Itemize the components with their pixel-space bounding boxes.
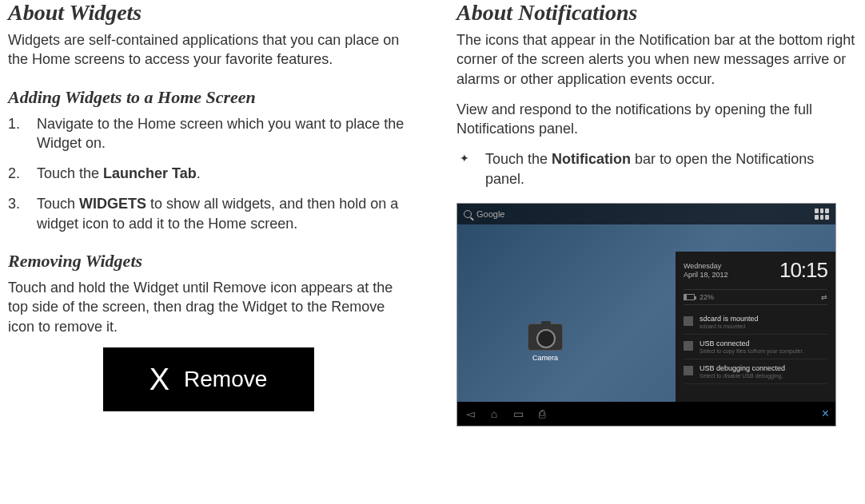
screenshot-navbar: ◅ ⌂ ▭ ⎙ ×	[457, 402, 835, 426]
notif-sub: Select to copy files to/from your comput…	[700, 348, 803, 354]
battery-percent: 22%	[700, 293, 714, 301]
step-2-text-a: Touch the	[37, 165, 103, 181]
notif-sub: sdcard is mounted	[700, 323, 759, 329]
search-icon	[464, 210, 472, 218]
notif-sub: Select to disable USB debugging.	[700, 373, 785, 379]
removing-widgets-heading: Removing Widgets	[8, 251, 409, 272]
notification-bullet: Touch the Notification bar to open the N…	[456, 149, 857, 189]
notifications-intro-1: The icons that appear in the Notificatio…	[456, 30, 857, 89]
notifications-intro-2: View and respond to the notifications by…	[456, 100, 857, 139]
sdcard-icon	[684, 316, 693, 326]
step-2: Touch the Launcher Tab.	[8, 164, 409, 183]
notifications-bullets: Touch the Notification bar to open the N…	[456, 149, 857, 189]
remove-badge: X Remove	[103, 347, 314, 411]
home-icon[interactable]: ⌂	[488, 407, 500, 420]
bullet-text-a: Touch the	[485, 151, 552, 167]
settings-toggle-icon[interactable]: ⇄	[821, 293, 827, 301]
step-3-text-a: Touch	[37, 196, 79, 212]
widgets-intro: Widgets are self-contained applications …	[8, 30, 409, 69]
notification-item-usb[interactable]: USB connected Select to copy files to/fr…	[684, 335, 827, 359]
widgets-label: WIDGETS	[79, 196, 146, 212]
panel-close-icon[interactable]: ×	[822, 407, 829, 421]
camera-app-icon[interactable]: Camera	[528, 323, 563, 362]
screenshot-topbar: Google	[457, 204, 835, 224]
step-1: Navigate to the Home screen which you wa…	[8, 114, 409, 153]
step-2-text-c: .	[197, 165, 201, 181]
apps-grid-icon[interactable]	[815, 208, 829, 220]
back-icon[interactable]: ◅	[464, 407, 476, 420]
left-column: About Widgets Widgets are self-contained…	[8, 0, 409, 427]
notification-bold: Notification	[552, 151, 631, 167]
usb-icon	[684, 341, 693, 351]
adding-widgets-heading: Adding Widgets to a Home Screen	[8, 87, 409, 108]
tablet-screenshot: Google Camera Wednesday April 18, 2012 1…	[456, 203, 836, 427]
camera-icon	[528, 323, 563, 351]
notif-title: sdcard is mounted	[700, 315, 759, 323]
notification-item-sdcard[interactable]: sdcard is mounted sdcard is mounted	[684, 310, 827, 335]
removing-widgets-text: Touch and hold the Widget until Remove i…	[8, 278, 409, 336]
search-widget[interactable]: Google	[464, 209, 504, 219]
panel-day: Wednesday	[684, 262, 728, 271]
right-column: About Notifications The icons that appea…	[456, 0, 857, 427]
search-label: Google	[476, 209, 504, 219]
usb-debug-icon	[684, 366, 693, 375]
close-icon: X	[149, 364, 169, 395]
battery-icon	[684, 294, 695, 300]
notif-title: USB connected	[700, 339, 803, 347]
panel-daydate: Wednesday April 18, 2012	[684, 262, 728, 280]
notifications-panel[interactable]: Wednesday April 18, 2012 10:15 22% ⇄ sdc	[676, 252, 835, 402]
about-notifications-heading: About Notifications	[456, 0, 857, 26]
screenshot-icon[interactable]: ⎙	[536, 407, 548, 420]
panel-status-row[interactable]: 22% ⇄	[684, 289, 827, 305]
remove-label: Remove	[184, 367, 267, 392]
launcher-tab-label: Launcher Tab	[103, 165, 197, 181]
recent-apps-icon[interactable]: ▭	[512, 407, 524, 420]
camera-label: Camera	[528, 354, 563, 362]
about-widgets-heading: About Widgets	[8, 0, 409, 26]
notif-title: USB debugging connected	[700, 364, 785, 372]
panel-date: April 18, 2012	[684, 271, 728, 280]
panel-time: 10:15	[779, 258, 827, 283]
adding-widgets-steps: Navigate to the Home screen which you wa…	[8, 114, 409, 233]
step-3: Touch WIDGETS to show all widgets, and t…	[8, 194, 409, 233]
notification-item-usb-debug[interactable]: USB debugging connected Select to disabl…	[684, 359, 827, 384]
panel-datetime: Wednesday April 18, 2012 10:15	[684, 258, 827, 283]
